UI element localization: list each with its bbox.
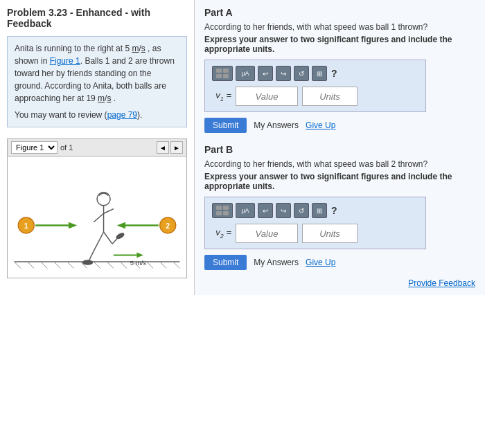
svg-rect-41 — [216, 211, 222, 215]
part-b-label: Part B — [204, 144, 475, 155]
toolbar-refresh-btn-b[interactable]: ↺ — [294, 203, 309, 218]
toolbar-keyboard-btn-a[interactable]: ⊞ — [312, 66, 327, 81]
svg-rect-40 — [223, 206, 229, 210]
part-a-var-label: v1 = — [212, 90, 231, 102]
part-b-action-row: Submit My Answers Give Up — [204, 255, 475, 270]
toolbar-mu-btn-a[interactable]: μA — [236, 66, 255, 81]
svg-text:1: 1 — [24, 222, 28, 230]
svg-line-22 — [95, 232, 103, 249]
svg-line-5 — [67, 262, 74, 269]
toolbar-grid-btn-b[interactable] — [212, 203, 233, 218]
part-a-input-row: v1 = — [212, 87, 418, 106]
toolbar-keyboard-btn-b[interactable]: ⊞ — [312, 203, 327, 218]
figure-svg: 1 — [8, 156, 186, 278]
problem-text-box: Anita is running to the right at 5 m/s ,… — [7, 36, 187, 127]
svg-text:5 m/s: 5 m/s — [130, 259, 147, 267]
svg-rect-37 — [216, 74, 222, 78]
figure-of-text: of 1 — [60, 143, 73, 152]
part-b-value-input[interactable] — [236, 224, 298, 243]
part-a-answer-box: μA ↩ ↪ ↺ ⊞ ? v1 = — [204, 60, 426, 112]
figure-image: 1 — [8, 156, 186, 278]
part-b-var-label: v2 = — [212, 227, 231, 240]
toolbar-refresh-btn-a[interactable]: ↺ — [294, 66, 309, 81]
part-b-answer-box: μA ↩ ↪ ↺ ⊞ ? v2 = — [204, 197, 426, 249]
toolbar-redo-btn-b[interactable]: ↪ — [276, 203, 291, 218]
part-a-action-row: Submit My Answers Give Up — [204, 118, 475, 133]
figure-nav: ◄ ► — [157, 141, 183, 154]
figure-header: Figure 1 of 1 ◄ ► — [8, 139, 186, 156]
review-link[interactable]: page 79 — [107, 110, 137, 120]
svg-rect-36 — [223, 69, 229, 73]
part-b-toolbar: μA ↩ ↪ ↺ ⊞ ? — [212, 203, 418, 218]
svg-line-9 — [120, 262, 127, 269]
svg-line-3 — [41, 262, 48, 269]
part-a-give-up-link[interactable]: Give Up — [306, 120, 335, 130]
provide-feedback-link[interactable]: Provide Feedback — [204, 278, 475, 288]
toolbar-undo-btn-a[interactable]: ↩ — [258, 66, 273, 81]
part-b-instruction: Express your answer to two significant f… — [204, 172, 475, 191]
svg-rect-35 — [216, 69, 222, 73]
part-a-instruction: Express your answer to two significant f… — [204, 35, 475, 54]
part-a-units-input[interactable] — [302, 87, 358, 106]
svg-rect-38 — [223, 74, 229, 78]
toolbar-redo-btn-a[interactable]: ↪ — [276, 66, 291, 81]
svg-line-20 — [94, 213, 103, 222]
svg-line-13 — [173, 262, 180, 269]
part-a-section: Part A According to her friends, with wh… — [204, 7, 475, 133]
toolbar-help-btn-a[interactable]: ? — [331, 68, 337, 79]
part-b-submit-btn[interactable]: Submit — [204, 255, 247, 270]
right-panel: Part A According to her friends, with wh… — [194, 0, 485, 295]
svg-line-7 — [94, 262, 100, 269]
svg-line-2 — [28, 262, 35, 269]
figure-container: Figure 1 of 1 ◄ ► — [7, 138, 187, 278]
part-b-section: Part B According to her friends, with wh… — [204, 144, 475, 270]
figure-select[interactable]: Figure 1 — [11, 141, 58, 154]
svg-line-8 — [107, 262, 114, 269]
part-b-units-input[interactable] — [302, 224, 358, 243]
part-a-submit-btn[interactable]: Submit — [204, 118, 247, 133]
svg-line-4 — [54, 262, 61, 269]
svg-marker-29 — [136, 253, 143, 258]
toolbar-help-btn-b[interactable]: ? — [331, 205, 337, 216]
svg-line-1 — [15, 262, 21, 269]
part-b-give-up-link[interactable]: Give Up — [306, 258, 335, 267]
part-a-label: Part A — [204, 7, 475, 18]
svg-line-11 — [147, 262, 154, 269]
part-b-input-row: v2 = — [212, 224, 418, 243]
left-panel: Problem 3.23 - Enhanced - with Feedback … — [0, 0, 194, 295]
problem-title: Problem 3.23 - Enhanced - with Feedback — [7, 7, 187, 29]
figure-prev-btn[interactable]: ◄ — [157, 141, 169, 154]
part-b-my-answers: My Answers — [254, 258, 299, 267]
part-a-question: According to her friends, with what spee… — [204, 22, 475, 32]
svg-rect-39 — [216, 206, 222, 210]
svg-point-18 — [97, 192, 110, 206]
figure-link[interactable]: Figure 1 — [50, 56, 80, 66]
svg-point-26 — [82, 260, 93, 265]
review-text: You may want to review (page 79). — [15, 109, 179, 121]
svg-line-21 — [104, 209, 114, 214]
toolbar-undo-btn-b[interactable]: ↩ — [258, 203, 273, 218]
svg-line-12 — [160, 262, 167, 269]
part-b-question: According to her friends, with what spee… — [204, 159, 475, 169]
toolbar-grid-btn-a[interactable] — [212, 66, 233, 81]
part-a-value-input[interactable] — [236, 87, 298, 106]
part-a-toolbar: μA ↩ ↪ ↺ ⊞ ? — [212, 66, 418, 81]
svg-text:2: 2 — [166, 222, 170, 230]
svg-rect-42 — [223, 211, 229, 215]
part-a-my-answers: My Answers — [254, 120, 299, 130]
figure-next-btn[interactable]: ► — [170, 141, 183, 154]
svg-marker-34 — [117, 222, 125, 229]
problem-text: Anita is running to the right at 5 m/s ,… — [15, 44, 175, 103]
svg-line-24 — [104, 232, 112, 244]
toolbar-mu-btn-b[interactable]: μA — [236, 203, 255, 218]
svg-marker-17 — [69, 222, 77, 229]
svg-line-23 — [89, 249, 96, 262]
